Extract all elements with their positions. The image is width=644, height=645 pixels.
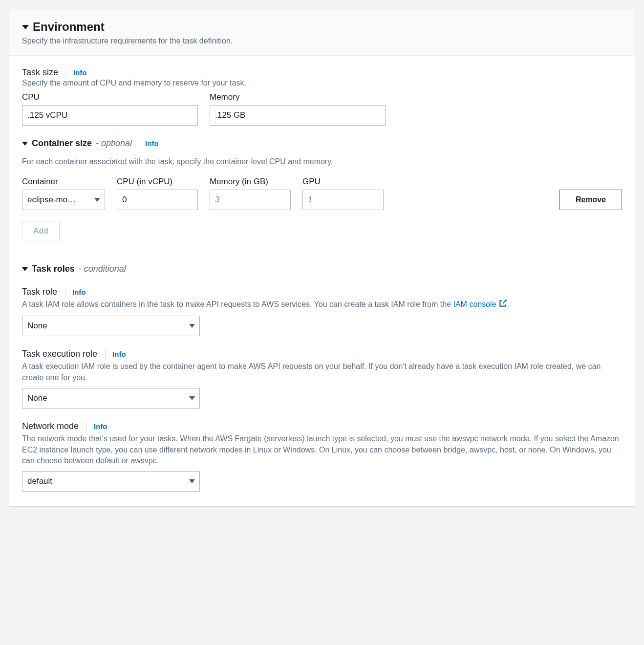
cpu-label: CPU (22, 92, 198, 102)
col-memory: Memory (in GB) (210, 177, 291, 187)
network-mode-label: Network mode (22, 421, 79, 431)
task-exec-role-desc: A task execution IAM role is used by the… (22, 361, 622, 383)
memory-label: Memory (210, 92, 386, 102)
separator (139, 139, 139, 148)
col-cpu: CPU (in vCPU) (117, 177, 198, 187)
task-size-info-link[interactable]: Info (73, 68, 87, 77)
add-button[interactable]: Add (22, 221, 60, 241)
task-roles-suffix: - conditional (79, 264, 126, 274)
container-size-grid: Container eclipse-mo… CPU (in vCPU) Memo… (22, 177, 622, 210)
task-size-section: Task size Info Specify the amount of CPU… (22, 67, 622, 126)
container-size-desc: For each container associated with the t… (22, 157, 622, 166)
container-cpu-input[interactable] (117, 190, 198, 210)
task-exec-role-select[interactable]: None (22, 388, 200, 408)
memory-input[interactable] (210, 105, 386, 126)
environment-panel: Environment Specify the infrastructure r… (9, 9, 635, 507)
panel-description: Specify the infrastructure requirements … (22, 37, 622, 45)
separator (66, 68, 66, 77)
separator (65, 288, 65, 297)
container-size-info-link[interactable]: Info (145, 139, 159, 148)
task-role-block: Task role Info A task IAM role allows co… (22, 287, 622, 336)
task-role-desc-text: A task IAM role allows containers in the… (22, 300, 453, 308)
network-mode-info-link[interactable]: Info (94, 422, 107, 430)
task-size-label: Task size (22, 67, 58, 78)
network-mode-desc: The network mode that's used for your ta… (22, 433, 622, 466)
collapse-caret-icon (22, 267, 28, 271)
task-roles-header[interactable]: Task roles - conditional (22, 264, 622, 274)
col-gpu: GPU (302, 177, 384, 187)
separator (86, 422, 87, 431)
panel-body: Task size Info Specify the amount of CPU… (9, 56, 635, 506)
task-exec-role-label: Task execution role (22, 349, 97, 359)
container-gpu-input[interactable] (302, 190, 384, 210)
col-container: Container (22, 177, 105, 187)
remove-button[interactable]: Remove (559, 190, 622, 210)
collapse-caret-icon (22, 142, 28, 146)
panel-header: Environment Specify the infrastructure r… (9, 9, 635, 56)
network-mode-select[interactable]: default (22, 471, 200, 492)
task-size-desc: Specify the amount of CPU and memory to … (22, 79, 622, 87)
task-role-info-link[interactable]: Info (72, 288, 86, 296)
panel-title: Environment (33, 20, 105, 34)
external-link-icon (498, 299, 507, 311)
container-memory-input[interactable] (210, 190, 291, 210)
task-role-label: Task role (22, 287, 57, 297)
collapse-caret-icon[interactable] (22, 25, 29, 29)
task-role-desc: A task IAM role allows containers in the… (22, 299, 622, 311)
container-size-header[interactable]: Container size - optional Info (22, 138, 622, 149)
cpu-input[interactable] (22, 105, 198, 126)
task-exec-role-block: Task execution role Info A task executio… (22, 349, 622, 408)
task-role-select[interactable]: None (22, 316, 200, 336)
container-size-suffix: - optional (96, 138, 132, 149)
iam-console-link[interactable]: IAM console (453, 300, 507, 308)
task-exec-role-info-link[interactable]: Info (112, 350, 126, 358)
separator (105, 350, 106, 359)
container-select[interactable]: eclipse-mo… (22, 190, 105, 210)
task-roles-title: Task roles (32, 264, 75, 274)
container-size-title: Container size (32, 138, 92, 149)
network-mode-block: Network mode Info The network mode that'… (22, 421, 622, 492)
